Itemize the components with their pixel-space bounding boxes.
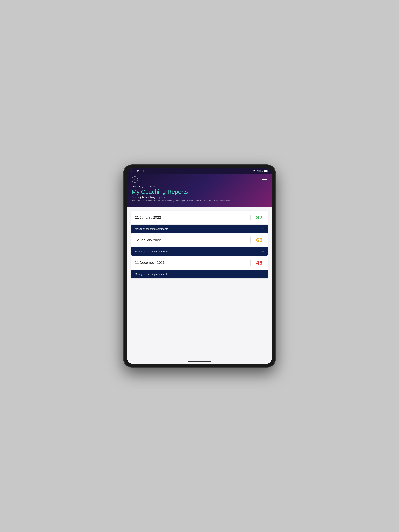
report-divider-0	[250, 215, 251, 221]
expand-icon-1: +	[262, 249, 264, 253]
report-row-1: 12 January 2022 65	[131, 233, 268, 247]
header: ‹ Learning JOURNEY My Coaching Reports O…	[127, 174, 272, 207]
report-card-0[interactable]: 21 January 2022 82 Manager coaching comm…	[131, 211, 268, 233]
expand-icon-0: +	[262, 227, 264, 231]
brand-journey: JOURNEY	[144, 185, 157, 188]
report-divider-1	[250, 237, 251, 243]
report-divider-2	[250, 260, 251, 266]
report-comments-bar-0[interactable]: Manager coaching comments +	[131, 225, 268, 233]
status-time: 2:18 PM	[131, 170, 139, 172]
status-left: 2:18 PM Чт 8 сент.	[131, 170, 150, 172]
report-comments-label-0: Manager coaching comments	[135, 228, 168, 230]
report-comments-label-2: Manager coaching comments	[135, 273, 168, 276]
wifi-icon	[253, 170, 256, 172]
report-date-0: 21 January 2022	[135, 215, 250, 220]
hamburger-menu[interactable]	[261, 177, 267, 182]
reports-list: 21 January 2022 82 Manager coaching comm…	[131, 211, 268, 279]
tablet-screen: 2:18 PM Чт 8 сент. 100%	[127, 168, 272, 364]
report-date-2: 21 December 2021	[135, 261, 250, 265]
svg-rect-1	[264, 170, 267, 172]
content-area: 21 January 2022 82 Manager coaching comm…	[127, 207, 272, 360]
page-subtitle: On-the-job Coaching Reports.	[132, 196, 267, 199]
home-indicator-bar	[188, 361, 211, 362]
status-day: Чт 8 сент.	[140, 170, 150, 172]
hamburger-line-1	[262, 178, 266, 178]
back-button[interactable]: ‹	[132, 177, 138, 183]
hamburger-line-2	[262, 179, 266, 180]
status-right: 100%	[253, 170, 268, 172]
report-card-1[interactable]: 12 January 2022 65 Manager coaching comm…	[131, 233, 268, 256]
report-score-2: 46	[254, 259, 264, 266]
report-comments-bar-2[interactable]: Manager coaching comments +	[131, 270, 268, 279]
expand-icon-2: +	[262, 272, 264, 276]
tablet-shell: 2:18 PM Чт 8 сент. 100%	[123, 165, 276, 367]
brand-learning: Learning	[132, 185, 143, 188]
report-comments-bar-1[interactable]: Manager coaching comments +	[131, 247, 268, 256]
battery-level: 100%	[257, 170, 263, 172]
brand: Learning JOURNEY	[132, 185, 267, 188]
home-indicator-area	[127, 360, 272, 364]
report-comments-label-1: Manager coaching comments	[135, 250, 168, 253]
battery-icon	[264, 170, 268, 172]
svg-rect-2	[268, 171, 268, 171]
report-row-0: 21 January 2022 82	[131, 211, 268, 225]
page-title: My Coaching Reports	[132, 189, 267, 195]
status-bar: 2:18 PM Чт 8 сент. 100%	[127, 168, 272, 174]
report-card-2[interactable]: 21 December 2021 46 Manager coaching com…	[131, 256, 268, 279]
page-description: All On-the-Job Coaching Reports complete…	[132, 199, 267, 202]
report-date-1: 12 January 2022	[135, 238, 250, 242]
report-row-2: 21 December 2021 46	[131, 256, 268, 270]
hamburger-line-3	[262, 181, 266, 181]
report-score-0: 82	[254, 214, 264, 221]
header-nav: ‹	[132, 177, 267, 183]
report-score-1: 65	[254, 237, 264, 243]
back-icon: ‹	[134, 178, 135, 181]
